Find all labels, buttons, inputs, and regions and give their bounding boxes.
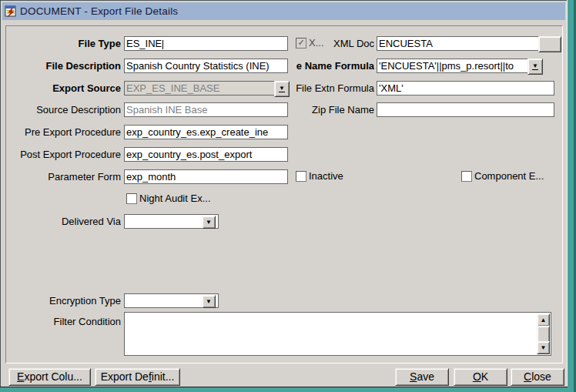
- post-export-procedure-input[interactable]: exp_country_es.post_export: [124, 147, 288, 162]
- delivered-via-dropdown-button[interactable]: ▼: [202, 216, 216, 229]
- component-export-checkbox[interactable]: [461, 171, 472, 182]
- xml-doc-browse-button[interactable]: [538, 36, 561, 52]
- encryption-type-label: Encryption Type: [1, 293, 121, 308]
- title-bar[interactable]: DOCUMENT - Export File Details: [2, 2, 565, 20]
- desktop: { "title_bar": { "title": "DOCUMENT - Ex…: [0, 0, 576, 392]
- window-icon: [5, 5, 17, 17]
- arrow-down-icon: ▼: [541, 344, 547, 351]
- vertical-scrollbar[interactable]: ▲ ▼: [537, 313, 550, 354]
- encryption-type-dropdown-button[interactable]: ▼: [202, 295, 216, 308]
- window-bottom-shadow: [0, 387, 568, 387]
- parameter-form-input[interactable]: exp_month: [124, 169, 288, 184]
- file-extn-formula-label: File Extn Formula: [246, 81, 374, 95]
- scroll-up-button[interactable]: ▲: [537, 313, 550, 327]
- delivered-via-label: Delivered Via: [1, 214, 121, 229]
- source-description-label: Source Description: [1, 102, 121, 117]
- close-button[interactable]: Close: [511, 368, 564, 386]
- scroll-down-button[interactable]: ▼: [537, 341, 550, 354]
- filter-condition-label: Filter Condition: [1, 314, 121, 329]
- inactive-checkbox-label: Inactive: [309, 170, 343, 183]
- night-audit-checkbox-label: Night Audit Ex...: [139, 193, 211, 205]
- zip-file-name-label: Zip File Name: [246, 102, 374, 117]
- file-name-formula-input[interactable]: 'ENCUESTA'||pms_p.resort||to: [377, 59, 528, 73]
- export-columns-button[interactable]: Export Colu...: [8, 368, 91, 386]
- file-name-formula-lov-button[interactable]: ▼: [527, 59, 543, 75]
- ok-button[interactable]: OK: [454, 368, 507, 386]
- file-type-label: File Type: [1, 36, 121, 51]
- night-audit-checkbox[interactable]: [126, 193, 137, 204]
- zip-file-name-input[interactable]: [377, 102, 554, 117]
- parameter-form-label: Parameter Form: [1, 169, 121, 184]
- export-source-label: Export Source: [1, 81, 121, 95]
- window-title: DOCUMENT - Export File Details: [20, 5, 178, 17]
- post-export-procedure-label: Post Export Procedure: [1, 147, 121, 162]
- pre-export-procedure-label: Pre Export Procedure: [1, 125, 121, 139]
- window-edge-highlight: [567, 0, 568, 387]
- inactive-checkbox[interactable]: [296, 171, 306, 182]
- component-export-checkbox-label: Component E...: [474, 170, 544, 183]
- xml-doc-input[interactable]: ENCUESTA: [377, 36, 539, 51]
- text-cursor: [162, 40, 163, 49]
- chevron-down-icon: ▼: [206, 219, 212, 226]
- export-definition-button[interactable]: Export Definit...: [95, 368, 180, 386]
- file-name-formula-label: e Name Formula: [246, 59, 374, 73]
- xml-doc-label: XML Doc: [246, 36, 374, 51]
- file-extn-formula-input[interactable]: 'XML': [377, 81, 554, 95]
- file-description-label: File Description: [1, 59, 121, 73]
- pre-export-procedure-input[interactable]: exp_country_es.exp_create_ine: [124, 125, 288, 139]
- save-button[interactable]: Save: [395, 368, 449, 386]
- arrow-up-icon: ▲: [541, 317, 547, 323]
- chevron-down-icon: ▼: [206, 298, 212, 305]
- filter-condition-textarea[interactable]: ▲ ▼: [124, 312, 551, 356]
- lov-arrow-icon: ▼: [532, 63, 538, 70]
- export-file-details-window: DOCUMENT - Export File Details File Type…: [0, 0, 568, 387]
